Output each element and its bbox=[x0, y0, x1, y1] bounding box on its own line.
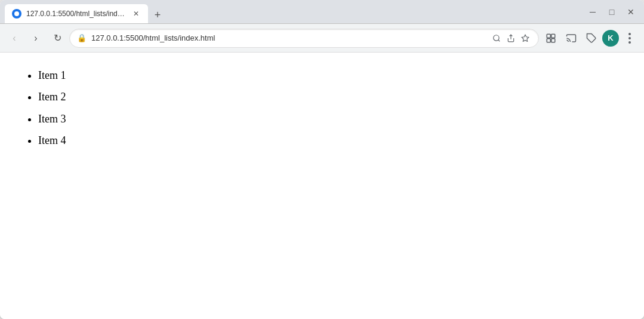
svg-rect-5 bbox=[551, 34, 555, 38]
forward-icon: › bbox=[34, 33, 37, 44]
list-item: Item 2 bbox=[38, 86, 620, 108]
svg-rect-6 bbox=[547, 38, 550, 42]
address-bar[interactable]: 🔒 127.0.0.1:5500/html_lists/index.html bbox=[69, 29, 539, 48]
menu-button[interactable] bbox=[620, 29, 639, 48]
bookmark-icon[interactable] bbox=[519, 32, 531, 44]
refresh-icon: ↻ bbox=[54, 32, 61, 44]
nav-bar: ‹ › ↻ 🔒 127.0.0.1:5500/html_lists/index.… bbox=[0, 24, 644, 53]
svg-marker-3 bbox=[522, 35, 529, 41]
active-tab[interactable]: 127.0.0.1:5500/html_lists/index.h ✕ bbox=[5, 4, 148, 23]
svg-rect-7 bbox=[551, 38, 555, 42]
lock-icon: 🔒 bbox=[77, 33, 87, 42]
window-controls: ─ □ ✕ bbox=[584, 4, 639, 20]
list-item: Item 3 bbox=[38, 108, 620, 130]
svg-point-10 bbox=[628, 33, 631, 35]
tab-favicon bbox=[12, 9, 21, 19]
address-text: 127.0.0.1:5500/html_lists/index.html bbox=[91, 33, 486, 42]
share-icon[interactable] bbox=[505, 32, 517, 44]
address-bar-icons bbox=[491, 32, 531, 44]
list-item: Item 1 bbox=[38, 65, 620, 86]
page-content: Item 1Item 2Item 3Item 4 bbox=[0, 53, 644, 319]
maximize-button[interactable]: □ bbox=[603, 4, 620, 20]
tab-area: 127.0.0.1:5500/html_lists/index.h ✕ + bbox=[5, 0, 166, 23]
close-button[interactable]: ✕ bbox=[623, 4, 639, 20]
extensions-group-icon[interactable] bbox=[541, 29, 560, 48]
svg-rect-4 bbox=[547, 34, 550, 38]
svg-point-12 bbox=[628, 41, 631, 44]
title-bar: 127.0.0.1:5500/html_lists/index.h ✕ + ─ … bbox=[0, 0, 644, 24]
refresh-button[interactable]: ↻ bbox=[48, 29, 67, 48]
back-icon: ‹ bbox=[13, 33, 16, 44]
browser-window: 127.0.0.1:5500/html_lists/index.h ✕ + ─ … bbox=[0, 0, 644, 319]
forward-button[interactable]: › bbox=[26, 29, 45, 48]
tab-label: 127.0.0.1:5500/html_lists/index.h bbox=[26, 10, 127, 18]
back-button[interactable]: ‹ bbox=[5, 29, 24, 48]
search-lens-icon[interactable] bbox=[491, 32, 503, 44]
new-tab-button[interactable]: + bbox=[149, 7, 166, 23]
profile-button[interactable]: K bbox=[602, 30, 619, 47]
cast-icon[interactable] bbox=[562, 29, 581, 48]
items-list: Item 1Item 2Item 3Item 4 bbox=[24, 65, 620, 152]
svg-point-11 bbox=[628, 37, 631, 39]
extensions-icon[interactable] bbox=[582, 29, 601, 48]
minimize-button[interactable]: ─ bbox=[584, 4, 601, 20]
svg-line-1 bbox=[498, 39, 500, 41]
list-item: Item 4 bbox=[38, 130, 620, 151]
tab-close-button[interactable]: ✕ bbox=[131, 9, 141, 19]
profile-initial: K bbox=[608, 33, 613, 42]
svg-point-0 bbox=[494, 35, 499, 40]
nav-right-icons: K bbox=[541, 29, 639, 48]
